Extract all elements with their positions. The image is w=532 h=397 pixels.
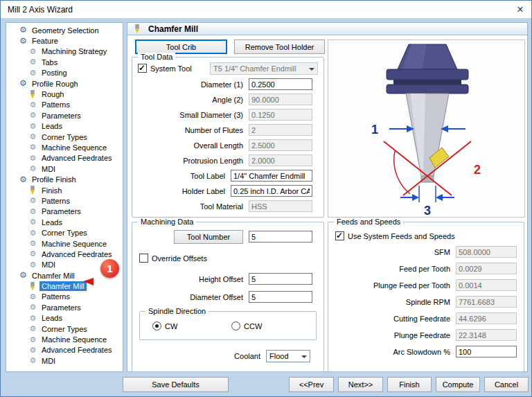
tree-item[interactable]: MDI	[6, 164, 123, 174]
feeds-rows: SFM Feed per Tooth Plunge Feed per Tooth…	[334, 246, 517, 362]
override-offsets-checkbox[interactable]	[139, 254, 148, 263]
form-input[interactable]	[249, 109, 312, 121]
wizard-tree-panel: Geometry Selection Feature Machining Str…	[6, 22, 123, 372]
tool-number-button[interactable]: Tool Number	[174, 230, 243, 244]
diameter-offset-input[interactable]	[249, 291, 312, 303]
tree-item-label: Leads	[39, 218, 64, 227]
tree-item-label: Profile Rough	[30, 79, 80, 89]
tree-item[interactable]: Leads	[6, 313, 123, 324]
tree-item[interactable]: Corner Types	[6, 227, 123, 238]
tree-item[interactable]: Patterns	[6, 100, 123, 110]
cancel-button[interactable]: Cancel	[484, 377, 529, 392]
tree-item[interactable]: Patterns	[6, 195, 123, 206]
form-input[interactable]	[456, 312, 517, 324]
tree-item[interactable]: Machine Sequence	[6, 334, 123, 344]
form-row: Small Diameter (3)	[138, 109, 312, 121]
system-tool-row: System Tool	[138, 64, 192, 73]
tree-item[interactable]: Parameters	[6, 206, 123, 217]
coolant-label: Coolant	[234, 352, 260, 360]
tree-item[interactable]: Geometry Selection	[6, 25, 123, 35]
form-row-label: Angle (2)	[138, 96, 249, 104]
tree-item-label: Parameters	[39, 111, 83, 121]
tool-crib-button[interactable]: Tool Crib	[135, 39, 227, 54]
close-icon[interactable]: ×	[509, 1, 531, 19]
tree-item[interactable]: Machine Sequence	[6, 142, 123, 152]
mill-2-axis-wizard-window: Mill 2 Axis Wizard × Geometry Selection …	[0, 0, 532, 397]
tree-item[interactable]: Posting	[6, 68, 123, 78]
tool-number-input[interactable]	[249, 231, 312, 242]
form-input[interactable]	[249, 139, 312, 151]
prev-button[interactable]: <<Prev	[289, 377, 334, 392]
cw-radio[interactable]	[152, 321, 161, 330]
tree-item[interactable]: Profile Finish	[6, 174, 123, 184]
ccw-radio[interactable]	[231, 321, 240, 330]
height-offset-row: Height Offset	[138, 273, 312, 285]
tree-item[interactable]: Parameters	[6, 302, 123, 312]
tree-item[interactable]: Corner Types	[6, 132, 123, 142]
tree-item[interactable]: Profile Rough	[6, 78, 123, 89]
form-input[interactable]	[456, 296, 517, 308]
tree-item[interactable]: Rough	[6, 89, 123, 99]
gears-icon	[28, 229, 37, 238]
tree-item[interactable]: Finish	[6, 185, 123, 195]
tree-item[interactable]: Chamfer Mill	[6, 281, 123, 291]
form-input[interactable]	[456, 329, 517, 341]
form-input[interactable]	[249, 94, 312, 105]
tree-item-label: MDI	[39, 260, 57, 270]
tree-item-label: Leads	[39, 121, 64, 131]
form-row: Overall Length	[138, 139, 312, 151]
form-input[interactable]	[249, 124, 312, 136]
form-row-label: Feed per Tooth	[334, 265, 456, 273]
dim3-arrow-right	[436, 194, 443, 201]
form-input[interactable]	[249, 78, 312, 90]
gear-icon	[19, 79, 28, 88]
tree-item-label: Profile Finish	[30, 175, 78, 184]
system-tool-checkbox[interactable]	[138, 64, 147, 73]
gears-icon	[28, 164, 37, 173]
tree-item[interactable]: Machining Strategy	[6, 46, 123, 57]
form-input[interactable]	[249, 155, 312, 166]
tree-item[interactable]: MDI	[6, 355, 123, 366]
next-button[interactable]: Next>>	[338, 377, 383, 392]
finish-button[interactable]: Finish	[387, 377, 432, 392]
tree-item[interactable]: Advanced Feedrates	[6, 153, 123, 164]
tool-select-dropdown[interactable]: T5 1/4" Chamfer Endmill	[210, 62, 318, 75]
tree-item[interactable]: Tabs	[6, 57, 123, 67]
form-row-label: Small Diameter (3)	[138, 111, 249, 119]
tree-item-label: Advanced Feedrates	[39, 153, 114, 163]
compute-button[interactable]: Compute	[436, 377, 480, 392]
tree-item[interactable]: Leads	[6, 121, 123, 132]
coolant-row: Coolant Flood	[138, 350, 310, 362]
form-input[interactable]	[231, 170, 312, 182]
form-input[interactable]	[456, 279, 517, 291]
tree-item-label: Advanced Feedrates	[39, 249, 114, 259]
coolant-dropdown[interactable]: Flood	[266, 350, 310, 362]
form-input[interactable]	[456, 263, 517, 274]
gear-icon	[19, 37, 28, 46]
save-defaults-button[interactable]: Save Defaults	[123, 377, 229, 392]
tree-item-label: Patterns	[39, 196, 72, 206]
tree-item[interactable]: Advanced Feedrates	[6, 345, 123, 355]
gears-icon	[28, 132, 37, 141]
tree-item[interactable]: Advanced Feedrates	[6, 249, 123, 259]
form-input[interactable]	[249, 200, 312, 212]
use-system-feeds-checkbox[interactable]	[335, 231, 344, 240]
use-system-feeds-label: Use System Feeds and Speeds	[348, 232, 455, 240]
tree-item[interactable]: Leads	[6, 217, 123, 227]
tree-item[interactable]: Patterns	[6, 292, 123, 302]
form-input[interactable]	[231, 185, 312, 197]
window-title: Mill 2 Axis Wizard	[8, 5, 73, 15]
tree-item[interactable]: Corner Types	[6, 324, 123, 334]
form-input[interactable]	[456, 346, 517, 358]
height-offset-input[interactable]	[249, 273, 312, 285]
tree-item[interactable]: Machine Sequence	[6, 238, 123, 249]
tool-select-value: T5 1/4" Chamfer Endmill	[213, 64, 296, 73]
gears-icon	[28, 303, 37, 312]
gears-icon	[28, 122, 37, 131]
tree-item-label: Parameters	[39, 206, 83, 216]
tree-item[interactable]: Parameters	[6, 110, 123, 121]
tree-item-label: Chamfer Mill	[30, 271, 77, 281]
remove-tool-holder-button[interactable]: Remove Tool Holder	[234, 39, 325, 54]
tree-item[interactable]: Feature	[6, 35, 123, 46]
form-input[interactable]	[456, 246, 517, 258]
